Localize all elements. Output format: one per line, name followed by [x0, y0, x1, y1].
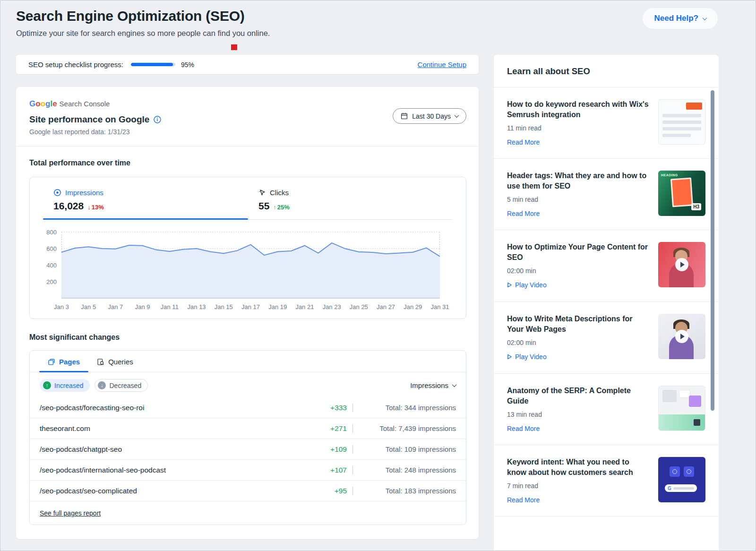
- x-tick-label: Jan 25: [350, 303, 368, 310]
- section-title-performance: Total performance over time: [29, 159, 466, 167]
- read-more-link[interactable]: Read More: [507, 496, 540, 504]
- thumb-decor: [673, 487, 694, 490]
- x-tick-label: Jan 11: [161, 303, 179, 310]
- x-tick-label: Jan 31: [430, 303, 449, 310]
- date-range-label: Last 30 Days: [412, 112, 451, 120]
- article-thumbnail: [658, 386, 705, 431]
- clicks-value: 55: [258, 200, 269, 212]
- table-row[interactable]: /seo-podcast/international-seo-podcast +…: [30, 460, 466, 481]
- sidebar-scrollbar[interactable]: [711, 90, 714, 411]
- page-path: /seo-podcast/seo-complicated: [40, 487, 318, 495]
- last-reported-text: Google last reported data: 1/31/23: [29, 128, 466, 136]
- thumb-decor: [684, 466, 694, 477]
- sort-dropdown[interactable]: Impressions: [410, 381, 456, 389]
- checklist-progress-bar: [131, 63, 175, 66]
- learn-card[interactable]: Anatomy of the SERP: A Complete Guide 13…: [494, 374, 719, 445]
- tab-pages[interactable]: Pages: [39, 351, 88, 372]
- red-marker: [231, 44, 237, 50]
- learn-card[interactable]: Keyword intent: What you need to know ab…: [494, 445, 719, 517]
- article-thumbnail: G: [658, 457, 705, 502]
- divider: [352, 424, 353, 433]
- google-g-icon: G: [668, 486, 671, 491]
- thumb-decor: [689, 396, 701, 407]
- changes-tabs: Pages Queries: [30, 351, 466, 372]
- filter-decreased[interactable]: ↓ Decreased: [94, 379, 148, 392]
- checklist-label: SEO setup checklist progress:: [28, 60, 123, 69]
- site-performance-card: GoogleSearch Console Site performance on…: [16, 87, 479, 539]
- logo-suffix: Search Console: [60, 100, 110, 108]
- filter-increased[interactable]: ↑ Increased: [40, 379, 90, 392]
- checklist-progress-fill: [131, 63, 173, 66]
- impressions-label: Impressions: [65, 189, 103, 197]
- checklist-percent: 95%: [181, 61, 194, 69]
- x-tick-label: Jan 29: [404, 303, 422, 310]
- increase-icon: ↑: [43, 381, 51, 389]
- video-thumbnail: [658, 314, 705, 359]
- page-path: /seo-podcast/chatgpt-seo: [40, 445, 318, 454]
- full-pages-report-link[interactable]: See full pages report: [40, 509, 101, 517]
- learn-card[interactable]: How to Write Meta Descriptions for Your …: [494, 302, 719, 374]
- need-help-label: Need Help?: [654, 14, 698, 23]
- play-video-link[interactable]: Play Video: [507, 281, 547, 289]
- page-title: Search Engine Optimization (SEO): [16, 8, 718, 24]
- chevron-down-icon: [455, 113, 459, 118]
- impressions-change: 13%: [92, 204, 104, 211]
- table-row[interactable]: theseorant.com +271 Total: 7,439 impress…: [30, 418, 466, 439]
- learn-panel: Learn all about SEO How to do keyword re…: [494, 55, 719, 551]
- play-video-link[interactable]: Play Video: [507, 353, 547, 361]
- table-row[interactable]: /seo-podcast/forecasting-seo-roi +333 To…: [30, 397, 466, 418]
- page-path: theseorant.com: [40, 424, 318, 433]
- table-row[interactable]: /seo-podcast/seo-complicated +95 Total: …: [30, 481, 466, 501]
- read-time: 13 min read: [507, 411, 650, 418]
- x-tick-label: Jan 5: [81, 303, 96, 310]
- video-title: How to Write Meta Descriptions for Your …: [507, 314, 650, 335]
- article-thumbnail: [658, 99, 705, 145]
- filter-decreased-label: Decreased: [109, 382, 141, 389]
- read-more-link[interactable]: Read More: [507, 210, 540, 217]
- change-value: +333: [318, 404, 347, 412]
- learn-panel-title: Learn all about SEO: [494, 55, 719, 87]
- up-arrow-icon: ↑: [273, 204, 276, 211]
- tab-impressions[interactable]: Impressions 16,028 ↓13%: [30, 189, 248, 212]
- divider: [352, 466, 353, 474]
- thumb-decor: [670, 466, 680, 477]
- tab-queries[interactable]: Queries: [88, 351, 142, 372]
- page-header: Search Engine Optimization (SEO) Optimiz…: [16, 8, 718, 38]
- y-axis-labels: 200400600800: [30, 228, 61, 299]
- changes-card: Pages Queries ↑ Increased ↓ Decreased: [29, 350, 466, 525]
- performance-section: Total performance over time Impressions …: [16, 146, 479, 319]
- thumb-decor: [686, 103, 702, 110]
- read-more-link[interactable]: Read More: [507, 425, 540, 432]
- video-duration: 02:00 min: [507, 339, 650, 346]
- logo-letter: G: [29, 99, 35, 108]
- read-time: 5 min read: [507, 196, 650, 203]
- total-impressions: Total: 248 impressions: [359, 466, 456, 474]
- impressions-icon: [53, 189, 61, 197]
- logo-letter: o: [35, 99, 40, 108]
- info-icon[interactable]: [154, 116, 161, 123]
- calendar-icon: [401, 112, 408, 120]
- divider: [352, 404, 353, 412]
- filter-increased-label: Increased: [54, 382, 83, 389]
- performance-chart-card: Impressions 16,028 ↓13% Clicks: [29, 177, 466, 319]
- change-value: +271: [318, 424, 347, 433]
- tab-queries-label: Queries: [108, 358, 133, 366]
- learn-card[interactable]: How to Optimize Your Page Content for SE…: [494, 230, 719, 302]
- page-subtitle: Optimize your site for search engines so…: [16, 29, 718, 38]
- learn-card[interactable]: Header tags: What they are and how to us…: [494, 159, 719, 230]
- filter-row: ↑ Increased ↓ Decreased Impressions: [30, 379, 466, 392]
- clicks-change: 25%: [277, 204, 290, 211]
- checklist-progress-card: SEO setup checklist progress: 95% Contin…: [16, 55, 479, 74]
- learn-card[interactable]: How to do keyword research with Wix's Se…: [494, 87, 719, 159]
- y-tick-label: 800: [46, 229, 57, 236]
- table-row[interactable]: /seo-podcast/chatgpt-seo +109 Total: 109…: [30, 439, 466, 460]
- read-more-link[interactable]: Read More: [507, 138, 540, 146]
- tab-clicks[interactable]: Clicks 55 ↑25%: [248, 189, 466, 212]
- continue-setup-link[interactable]: Continue Setup: [418, 60, 466, 69]
- date-range-selector[interactable]: Last 30 Days: [393, 108, 466, 124]
- y-tick-label: 400: [46, 262, 57, 269]
- article-title: Header tags: What they are and how to us…: [507, 171, 650, 191]
- need-help-button[interactable]: Need Help?: [643, 8, 718, 29]
- total-impressions: Total: 344 impressions: [359, 404, 456, 412]
- play-icon: [507, 282, 512, 288]
